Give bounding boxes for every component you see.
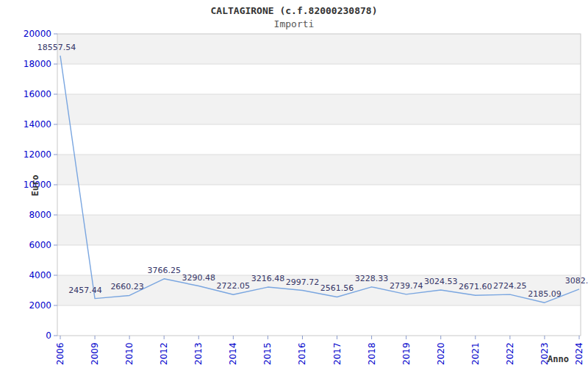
x-tick-label: 2006 [55,342,65,365]
plot-bands [57,34,581,305]
point-label: 3290.48 [182,273,216,283]
y-tick-label: 18000 [24,59,51,69]
point-label: 3766.25 [147,266,181,275]
y-axis-title: Euro [30,175,40,197]
point-label: 3082.7 [565,276,588,286]
band [57,155,581,185]
band [57,215,581,245]
point-label: 18557.54 [37,43,76,52]
x-tick-label: 2019 [401,342,412,365]
point-label: 3216.48 [251,274,285,283]
y-tick-label: 0 [46,330,51,341]
x-axis-title: Anno [548,354,569,364]
x-tick-label: 2013 [193,342,204,365]
x-tick-label: 2009 [90,342,100,365]
x-tick-label: 2016 [297,342,307,365]
line-chart: 0200040006000800010000120001400016000180… [0,0,588,368]
point-label: 2997.72 [286,277,320,287]
x-tick-label: 2017 [332,342,343,365]
point-label: 2722.05 [217,281,251,291]
band [57,94,581,124]
x-tick-label: 2024 [574,342,584,365]
point-label: 3228.33 [355,274,389,283]
x-axis-ticks [60,336,579,339]
point-label: 2739.74 [390,281,423,291]
y-tick-label: 6000 [29,240,51,250]
y-tick-label: 16000 [24,89,51,99]
y-tick-label: 12000 [24,149,51,160]
point-label: 2671.60 [459,282,492,291]
x-tick-label: 2022 [505,342,515,365]
point-label: 2561.56 [320,283,354,293]
x-tick-label: 2018 [367,342,377,365]
y-tick-label: 14000 [24,119,51,130]
point-label: 2457.44 [68,286,102,295]
x-tick-label: 2010 [124,342,135,365]
chart-container: CALTAGIRONE (c.f.82000230878) Importi 02… [0,0,588,368]
band [57,34,581,64]
x-tick-label: 2020 [436,342,446,365]
x-axis-labels: 2006200920102012201320142015201620172018… [55,342,584,365]
y-tick-label: 4000 [29,270,51,280]
point-label: 2185.09 [528,289,562,299]
y-axis-ticks [54,34,57,336]
x-tick-label: 2014 [228,342,238,365]
y-tick-label: 20000 [24,29,51,39]
y-tick-label: 8000 [29,210,51,220]
point-label: 2660.23 [110,282,144,291]
point-label: 3024.53 [424,277,458,286]
x-tick-label: 2015 [262,342,273,365]
x-tick-label: 2012 [159,342,169,365]
point-label: 2724.25 [493,281,527,291]
x-tick-label: 2021 [470,342,481,365]
y-tick-label: 2000 [29,300,51,311]
